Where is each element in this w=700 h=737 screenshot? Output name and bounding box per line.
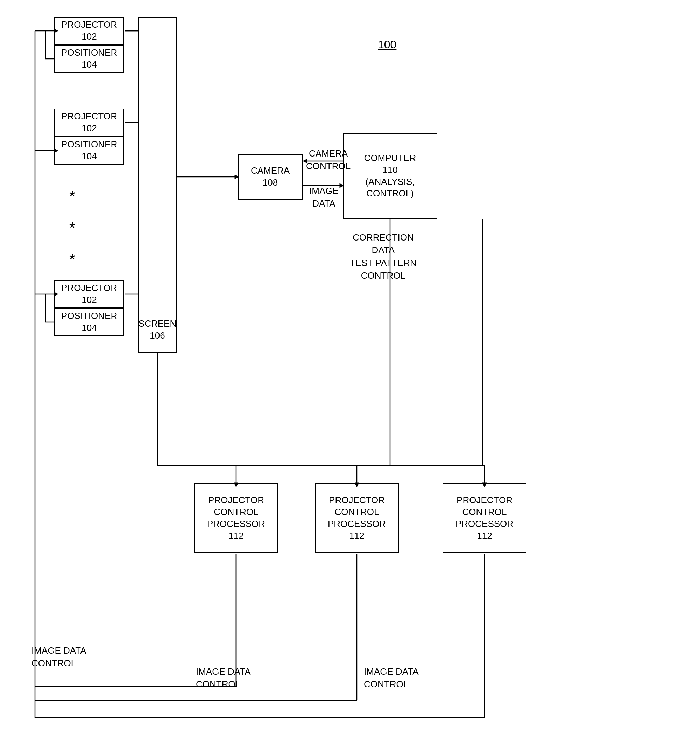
- positioner-box-2: POSITIONER104: [54, 137, 124, 165]
- projector-box-2: PROJECTOR102: [54, 109, 124, 137]
- projector1-label: PROJECTOR102: [61, 19, 117, 43]
- projector-box-n: PROJECTOR102: [54, 280, 124, 308]
- image-data-control-2: IMAGE DATACONTROL: [196, 665, 251, 691]
- pcp2-label: PROJECTORCONTROLPROCESSOR112: [328, 494, 386, 542]
- star-2: *: [69, 217, 75, 239]
- camera-box: CAMERA108: [238, 154, 303, 200]
- pcp-box-2: PROJECTORCONTROLPROCESSOR112: [315, 483, 399, 553]
- projectorN-label: PROJECTOR102: [61, 282, 117, 306]
- diagram: 100 PROJECTOR102 POSITIONER104 PROJECTOR…: [0, 0, 700, 737]
- pcp-box-3: PROJECTORCONTROLPROCESSOR112: [443, 483, 526, 553]
- computer-label: COMPUTER110(ANALYSIS,CONTROL): [364, 152, 416, 200]
- image-data-label: IMAGEDATA: [309, 184, 339, 210]
- diagram-title: 100: [378, 37, 396, 53]
- projector-box-1: PROJECTOR102: [54, 17, 124, 45]
- screen-label: SCREEN106: [138, 318, 176, 342]
- pcp-box-1: PROJECTORCONTROLPROCESSOR112: [194, 483, 278, 553]
- camera-label: CAMERA108: [251, 165, 290, 189]
- image-data-control-3: IMAGE DATACONTROL: [364, 665, 419, 691]
- computer-box: COMPUTER110(ANALYSIS,CONTROL): [343, 133, 437, 219]
- screen-box: SCREEN106: [138, 17, 176, 353]
- star-3: *: [69, 249, 75, 270]
- positioner-box-1: POSITIONER104: [54, 45, 124, 73]
- pcp3-label: PROJECTORCONTROLPROCESSOR112: [456, 494, 513, 542]
- pcp1-label: PROJECTORCONTROLPROCESSOR112: [207, 494, 265, 542]
- projector2-label: PROJECTOR102: [61, 111, 117, 134]
- image-data-control-1: IMAGE DATACONTROL: [31, 644, 87, 670]
- positionerN-label: POSITIONER104: [61, 310, 117, 334]
- positioner-box-n: POSITIONER104: [54, 308, 124, 336]
- camera-control-label: CAMERACONTROL: [306, 147, 350, 172]
- correction-data-label: CORRECTIONDATATEST PATTERNCONTROL: [350, 231, 417, 282]
- positioner1-label: POSITIONER104: [61, 47, 117, 71]
- positioner2-label: POSITIONER104: [61, 139, 117, 162]
- star-1: *: [69, 186, 75, 207]
